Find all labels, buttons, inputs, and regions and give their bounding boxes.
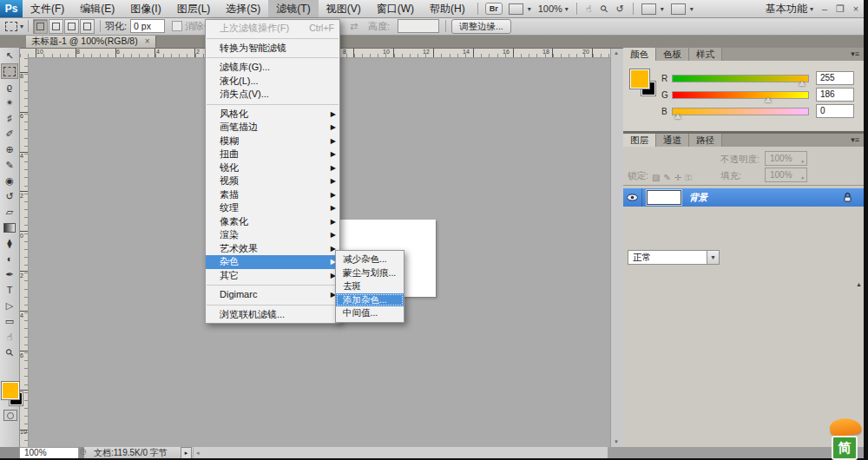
hand-tool-icon[interactable]: ☝ [582, 3, 596, 15]
panel-menu-icon[interactable]: ▾≡ [846, 48, 864, 61]
filter-menu-item-render[interactable]: 渲染▶ [206, 228, 339, 242]
zoom-tool[interactable]: ⚲ [1, 345, 18, 360]
filter-menu-item-stylize[interactable]: 风格化▶ [206, 108, 339, 122]
noise-submenu-item-add-noise[interactable]: 添加杂色... [336, 293, 404, 307]
intersect-selection-button[interactable] [80, 19, 95, 34]
filter-menu-item-vanishing-point[interactable]: 消失点(V)... [206, 88, 339, 102]
lock-image-pixels-icon[interactable]: ✎ [663, 173, 670, 182]
document-tab[interactable]: 未标题-1 @ 100%(RGB/8) × [26, 35, 156, 48]
filter-menu-item-pixelate[interactable]: 像素化▶ [206, 215, 339, 229]
filter-menu-item-smart-filters[interactable]: 转换为智能滤镜 [206, 42, 339, 56]
noise-submenu-item-reduce-noise[interactable]: 减少杂色... [336, 253, 404, 266]
clone-stamp-tool[interactable]: ◉ [1, 173, 18, 188]
blend-mode-dropdown[interactable]: 正常 ▼ [628, 250, 708, 265]
layer-visibility-toggle[interactable] [623, 188, 642, 207]
filter-menu-item-liquify[interactable]: 液化(L)... [206, 75, 339, 89]
filter-menu-item-video[interactable]: 视频▶ [206, 174, 339, 188]
filter-menu-item-artistic[interactable]: 艺术效果▶ [206, 242, 339, 256]
filter-menu-item-texture[interactable]: 纹理▶ [206, 201, 339, 215]
dodge-tool[interactable]: ◐ [1, 251, 18, 266]
filter-menu-item-sketch[interactable]: 素描▶ [206, 188, 339, 202]
arrange-documents-button[interactable] [641, 3, 664, 15]
brush-tool[interactable]: ✎ [1, 157, 18, 173]
lock-position-icon[interactable]: ✛ [674, 173, 681, 182]
filter-menu-item-brush-strokes[interactable]: 画笔描边▶ [206, 121, 339, 135]
tab-close-icon[interactable]: × [145, 36, 150, 46]
crop-tool[interactable]: ♯ [1, 110, 18, 126]
tab-channels[interactable]: 通道 [656, 134, 689, 147]
type-tool[interactable]: T [1, 282, 18, 298]
channel-slider-R[interactable] [672, 75, 809, 82]
layer-row-background[interactable]: 背景 [623, 188, 864, 207]
menubar-item-view[interactable]: 视图(V) [319, 0, 369, 17]
slider-thumb-icon[interactable] [674, 114, 681, 119]
hand-tool[interactable]: ☝ [1, 329, 18, 345]
channel-slider-B[interactable] [672, 108, 809, 115]
filter-menu-item-sharpen[interactable]: 锐化▶ [206, 161, 339, 175]
screen-mode-button[interactable] [671, 3, 694, 15]
rotate-view-icon[interactable]: ↺ [612, 3, 628, 15]
menubar-item-filter[interactable]: 滤镜(T) [268, 0, 318, 17]
restore-button[interactable]: ❐ [832, 3, 848, 15]
refine-edge-button[interactable]: 调整边缘... [451, 19, 511, 34]
menubar-item-image[interactable]: 图像(I) [122, 0, 168, 17]
status-zoom-input[interactable]: 100% [19, 447, 79, 459]
layer-thumbnail[interactable] [647, 190, 681, 205]
foreground-color-swatch[interactable] [2, 382, 19, 399]
lock-all-icon[interactable]: ⚿ [685, 173, 692, 182]
subtract-from-selection-button[interactable] [64, 19, 79, 34]
channel-slider-G[interactable] [672, 91, 809, 99]
swap-dimensions-icon[interactable]: ⇄ [345, 21, 362, 32]
new-selection-button[interactable] [33, 19, 48, 34]
height-input[interactable] [398, 19, 439, 33]
filter-menu-item-distort[interactable]: 扭曲▶ [206, 148, 339, 161]
quick-mask-button[interactable] [3, 410, 17, 421]
scroll-up-icon[interactable]: ▲ [614, 50, 619, 56]
fill-value[interactable]: 100%▸ [765, 168, 807, 182]
horizontal-scrollbar[interactable]: ◂ [193, 447, 611, 458]
tab-layers[interactable]: 图层 [623, 134, 656, 147]
move-tool[interactable]: ↖ [1, 48, 18, 63]
noise-submenu-item-despeckle[interactable]: 去斑 [336, 279, 404, 293]
menubar-item-file[interactable]: 文件(F) [23, 0, 72, 17]
slider-thumb-icon[interactable] [799, 81, 806, 86]
tool-preset-picker[interactable] [3, 22, 23, 31]
magic-wand-tool[interactable]: ✴ [1, 95, 18, 110]
noise-submenu-item-median[interactable]: 中间值... [336, 306, 404, 320]
path-selection-tool[interactable]: ▷ [1, 298, 18, 313]
view-extras-button[interactable] [509, 3, 531, 15]
blur-tool[interactable]: ⧫ [1, 235, 18, 251]
rectangular-marquee-tool[interactable] [1, 63, 18, 79]
launch-bridge-button[interactable]: Br [485, 3, 503, 15]
add-to-selection-button[interactable] [49, 19, 63, 34]
opacity-value[interactable]: 100%▸ [765, 151, 807, 166]
pen-tool[interactable]: ✒ [1, 266, 18, 282]
filter-menu-item-browse-filters-online[interactable]: 浏览联机滤镜... [206, 308, 339, 322]
close-button[interactable]: × [848, 3, 864, 14]
lasso-tool[interactable]: ϱ [1, 79, 18, 95]
foreground-color-swatch-panel[interactable] [630, 69, 649, 89]
tab-paths[interactable]: 路径 [689, 134, 722, 147]
lock-transparent-pixels-icon[interactable]: ▨ [652, 173, 660, 182]
eraser-tool[interactable]: ▱ [1, 204, 18, 220]
menubar-item-edit[interactable]: 编辑(E) [72, 0, 122, 17]
vertical-scrollbar[interactable]: ▲ ▼ [610, 48, 623, 447]
anti-alias-checkbox[interactable] [172, 21, 182, 31]
menubar-item-window[interactable]: 窗口(W) [369, 0, 422, 17]
healing-brush-tool[interactable]: ⊕ [1, 141, 18, 157]
zoom-tool-icon[interactable]: ⚲ [595, 0, 614, 18]
eyedropper-tool[interactable]: ✐ [1, 126, 18, 141]
filter-menu-item-filter-gallery[interactable]: 滤镜库(G)... [206, 61, 339, 75]
slider-thumb-icon[interactable] [765, 97, 772, 102]
menubar-item-help[interactable]: 帮助(H) [422, 0, 473, 17]
history-brush-tool[interactable]: ↺ [1, 188, 18, 204]
layer-name[interactable]: 背景 [689, 192, 707, 204]
gradient-tool[interactable] [1, 220, 18, 235]
scroll-down-icon[interactable]: ▼ [614, 439, 619, 444]
noise-submenu-item-dust-and-scratches[interactable]: 蒙尘与划痕... [336, 266, 404, 280]
zoom-level-dropdown[interactable]: 100% [538, 3, 569, 14]
workspace-switcher[interactable]: 基本功能 [766, 2, 813, 16]
filter-menu-item-other[interactable]: 其它▶ [206, 269, 339, 283]
tab-styles[interactable]: 样式 [689, 48, 722, 61]
filter-menu-item-digimarc[interactable]: Digimarc▶ [206, 288, 339, 302]
